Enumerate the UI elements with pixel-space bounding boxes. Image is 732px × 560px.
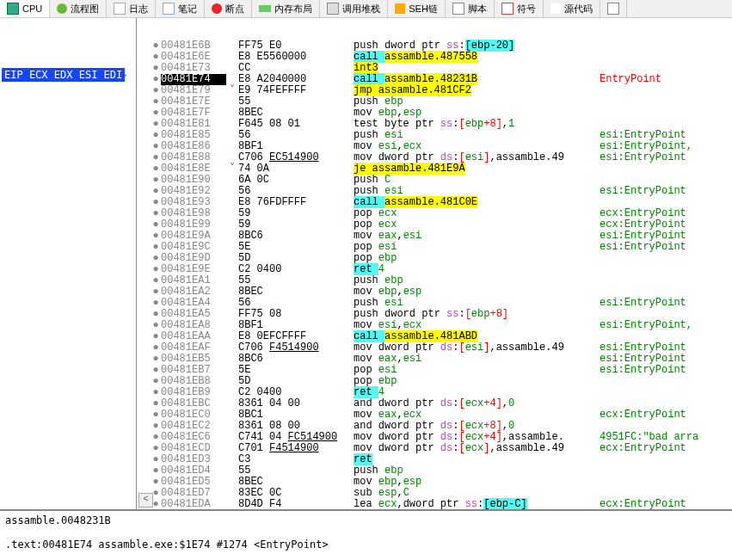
comment bbox=[600, 163, 732, 175]
breakpoint-gutter[interactable] bbox=[137, 253, 151, 264]
expand-icon bbox=[226, 175, 238, 186]
disasm-row[interactable]: ●00481EB75Epop esiesi:EntryPoint bbox=[137, 365, 732, 376]
breakpoint-gutter[interactable] bbox=[137, 264, 151, 275]
tab-流程图[interactable]: 流程图 bbox=[50, 0, 107, 17]
breakpoint-gutter[interactable] bbox=[137, 141, 151, 152]
breakpoint-gutter[interactable] bbox=[137, 286, 151, 298]
breakpoint-gutter[interactable] bbox=[137, 208, 151, 219]
scroll-left-button[interactable]: < bbox=[138, 493, 153, 508]
breakpoint-gutter[interactable] bbox=[137, 421, 151, 432]
breakpoint-gutter[interactable] bbox=[137, 477, 151, 488]
tab-源代码[interactable]: 源代码 bbox=[544, 0, 600, 17]
expand-icon bbox=[226, 365, 238, 376]
breakpoint-gutter[interactable] bbox=[137, 432, 151, 443]
breakpoint-gutter[interactable] bbox=[137, 175, 151, 186]
disasm-row[interactable]: ●00481E7E55push ebp bbox=[137, 96, 732, 108]
breakpoint-gutter[interactable] bbox=[137, 231, 151, 242]
comment bbox=[600, 454, 732, 465]
tab-label: 日志 bbox=[129, 3, 148, 15]
breakpoint-gutter[interactable] bbox=[137, 63, 151, 74]
breakpoint-gutter[interactable] bbox=[137, 320, 151, 331]
seh-icon bbox=[395, 3, 405, 14]
comment: esi:EntryPoint, bbox=[600, 320, 732, 331]
disassembly-view[interactable]: ●00481E6BFF75 E0push dword ptr ss:[ebp-2… bbox=[137, 18, 732, 509]
breakpoint-gutter[interactable] bbox=[137, 342, 151, 354]
instruction: pop ebp bbox=[354, 376, 600, 387]
comment: esi:EntryPoint bbox=[600, 298, 732, 309]
breakpoint-gutter[interactable] bbox=[137, 85, 151, 96]
tab-日志[interactable]: 日志 bbox=[107, 0, 156, 17]
tab-label: 调用堆栈 bbox=[342, 3, 380, 15]
breakpoint-gutter[interactable] bbox=[137, 331, 151, 342]
tab-脚本[interactable]: 脚本 bbox=[446, 0, 495, 17]
tab-label: 源代码 bbox=[564, 3, 593, 15]
address: 00481EDA bbox=[161, 499, 226, 509]
disasm-row[interactable]: ●00481E9C5Epop esiesi:EntryPoint bbox=[137, 242, 732, 253]
disasm-row[interactable]: ●00481ECDC701 F4514900mov dword ptr ds:[… bbox=[137, 443, 732, 454]
comment bbox=[600, 40, 732, 52]
breakpoint-gutter[interactable] bbox=[137, 365, 151, 376]
expand-icon bbox=[226, 253, 238, 264]
bytes: E9 74FEFFFF bbox=[238, 85, 354, 96]
breakpoint-gutter[interactable] bbox=[137, 454, 151, 465]
tab-CPU[interactable]: CPU bbox=[0, 0, 50, 17]
bytes: C701 F4514900 bbox=[238, 443, 354, 454]
disasm-row[interactable]: ●00481ED455push ebp bbox=[137, 465, 732, 477]
comment bbox=[600, 85, 732, 96]
disasm-row[interactable]: ●00481EB85Dpop ebp bbox=[137, 376, 732, 387]
breakpoint-gutter[interactable] bbox=[137, 163, 151, 175]
disasm-row[interactable]: ●00481E6EE8 E5560000call assamble.487558 bbox=[137, 52, 732, 63]
breakpoint-gutter[interactable] bbox=[137, 242, 151, 253]
disasm-row[interactable]: ●00481E79˅E9 74FEFFFFjmp assamble.481CF2 bbox=[137, 85, 732, 96]
tab-断点[interactable]: 断点 bbox=[205, 0, 252, 17]
expand-icon bbox=[226, 219, 238, 231]
expand-icon bbox=[226, 398, 238, 409]
breakpoint-gutter[interactable] bbox=[137, 197, 151, 208]
tab-ref[interactable] bbox=[600, 0, 627, 17]
breakpoint-gutter[interactable] bbox=[137, 309, 151, 320]
register-gutter: EIP ECX EDX ESI EDI → bbox=[0, 18, 137, 509]
tab-调用堆栈[interactable]: 调用堆栈 bbox=[320, 0, 388, 17]
disasm-row[interactable]: ●00481EA155push ebp bbox=[137, 275, 732, 286]
disasm-row[interactable]: ●00481E9EC2 0400ret 4 bbox=[137, 264, 732, 275]
bytes: 8BC6 bbox=[238, 354, 354, 365]
disasm-row[interactable]: ●00481E9D5Dpop ebp bbox=[137, 253, 732, 264]
breakpoint-gutter[interactable] bbox=[137, 96, 151, 108]
expand-icon bbox=[226, 208, 238, 219]
breakpoint-gutter[interactable] bbox=[137, 119, 151, 130]
breakpoint-gutter[interactable] bbox=[137, 52, 151, 63]
tab-内存布局[interactable]: 内存布局 bbox=[252, 0, 320, 17]
expand-icon bbox=[226, 63, 238, 74]
breakpoint-gutter[interactable] bbox=[137, 130, 151, 141]
breakpoint-gutter[interactable] bbox=[137, 443, 151, 454]
breakpoint-gutter[interactable] bbox=[137, 40, 151, 52]
tab-笔记[interactable]: 笔记 bbox=[156, 0, 205, 17]
breakpoint-gutter[interactable] bbox=[137, 398, 151, 409]
breakpoint-gutter[interactable] bbox=[137, 387, 151, 398]
disasm-row[interactable]: ●00481ED58BECmov ebp,esp bbox=[137, 477, 732, 488]
comment bbox=[600, 264, 732, 275]
breakpoint-gutter[interactable] bbox=[137, 186, 151, 197]
disasm-row[interactable]: ●00481ED3C3ret bbox=[137, 454, 732, 465]
tab-SEH链[interactable]: SEH链 bbox=[388, 0, 446, 17]
breakpoint-gutter[interactable] bbox=[137, 354, 151, 365]
comment: esi:EntryPoint bbox=[600, 152, 732, 163]
expand-icon bbox=[226, 488, 238, 499]
expand-icon bbox=[226, 465, 238, 477]
tab-符号[interactable]: 符号 bbox=[495, 0, 544, 17]
breakpoint-gutter[interactable] bbox=[137, 108, 151, 119]
breakpoint-gutter[interactable] bbox=[137, 298, 151, 309]
breakpoint-gutter[interactable] bbox=[137, 409, 151, 421]
breakpoint-gutter[interactable] bbox=[137, 152, 151, 163]
breakpoint-gutter[interactable] bbox=[137, 74, 151, 85]
breakpoint-gutter[interactable] bbox=[137, 465, 151, 477]
instruction: lea ecx,dword ptr ss:[ebp-C] bbox=[354, 499, 600, 509]
expand-icon bbox=[226, 432, 238, 443]
comment: ecx:EntryPoint bbox=[600, 409, 732, 421]
breakpoint-gutter[interactable] bbox=[137, 275, 151, 286]
bytes: C3 bbox=[238, 454, 354, 465]
disasm-row[interactable]: ●00481EDA8D4D F4lea ecx,dword ptr ss:[eb… bbox=[137, 499, 732, 509]
breakpoint-gutter[interactable] bbox=[137, 219, 151, 231]
disasm-row[interactable]: ●00481E8E˅74 0Aje assamble.481E9A bbox=[137, 163, 732, 175]
breakpoint-gutter[interactable] bbox=[137, 376, 151, 387]
